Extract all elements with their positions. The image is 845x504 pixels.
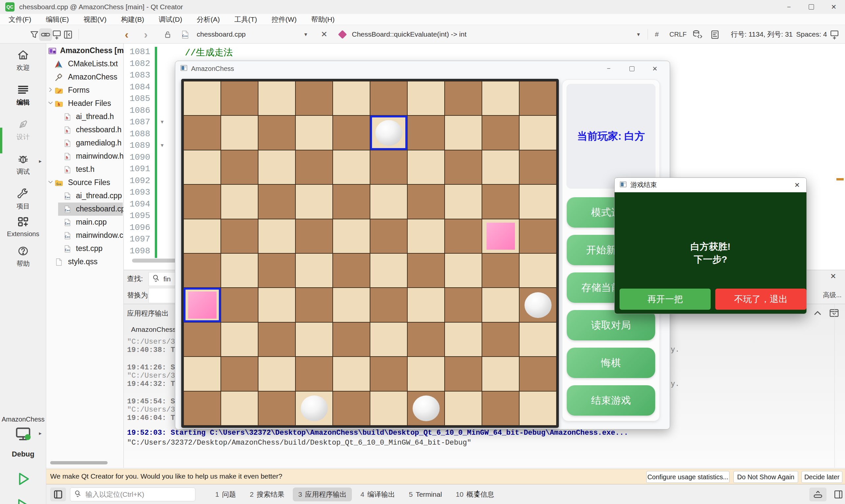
- board-cell-7-3[interactable]: [295, 322, 333, 357]
- board-cell-4-3[interactable]: [295, 219, 333, 253]
- board-cell-5-5[interactable]: [370, 253, 407, 288]
- board-cell-2-3[interactable]: [295, 150, 333, 184]
- tree-item-chessboard.h[interactable]: hchessboard.h: [46, 123, 124, 137]
- output-tab-概要信息[interactable]: 10概要信息: [451, 487, 499, 501]
- board-cell-7-5[interactable]: [370, 322, 407, 357]
- board-cell-2-0[interactable]: [183, 150, 221, 184]
- board-cell-7-6[interactable]: [407, 322, 445, 357]
- chevron-down-icon[interactable]: [47, 178, 54, 187]
- sidebar-item-编辑[interactable]: 编辑: [0, 84, 46, 107]
- board-cell-0-2[interactable]: [258, 81, 295, 115]
- board-cell-7-8[interactable]: [482, 322, 519, 357]
- maximize-pane-icon[interactable]: [828, 307, 840, 320]
- board-cell-3-1[interactable]: [221, 184, 258, 219]
- kit-selector-button[interactable]: ▸: [0, 426, 46, 444]
- menu-item[interactable]: 视图(V): [84, 15, 107, 24]
- document-outline-icon[interactable]: [708, 29, 722, 41]
- board-cell-8-4[interactable]: [333, 357, 370, 391]
- dialog-close-button[interactable]: ✕: [788, 178, 806, 192]
- board-cell-1-7[interactable]: [445, 115, 482, 150]
- board-cell-8-8[interactable]: [482, 357, 519, 391]
- board-cell-4-2[interactable]: [258, 219, 295, 253]
- game-minimize-button[interactable]: −: [600, 61, 618, 76]
- database-code-icon[interactable]: [690, 29, 704, 41]
- game-button-读取对局[interactable]: 读取对局: [567, 310, 655, 340]
- board-cell-0-0[interactable]: [183, 81, 221, 115]
- tree-item-mainwindow.h[interactable]: hmainwindow.h: [46, 150, 124, 163]
- board-cell-6-2[interactable]: [258, 288, 295, 322]
- tree-item-Forms[interactable]: Forms: [46, 84, 124, 97]
- board-cell-0-8[interactable]: [482, 81, 519, 115]
- board-cell-1-2[interactable]: [258, 115, 295, 150]
- chevron-right-icon[interactable]: [47, 86, 54, 95]
- toggle-right-sidebar-button[interactable]: [831, 487, 845, 501]
- board-cell-4-4[interactable]: [333, 219, 370, 253]
- board-cell-1-6[interactable]: [407, 115, 445, 150]
- board-cell-3-4[interactable]: [333, 184, 370, 219]
- minimize-button[interactable]: −: [778, 0, 800, 14]
- dialog-titlebar[interactable]: 游戏结束: [615, 178, 806, 192]
- tree-item-AmazonChess[interactable]: AmazonChess: [46, 71, 124, 84]
- board-cell-3-0[interactable]: [183, 184, 221, 219]
- board-cell-9-2[interactable]: [258, 391, 295, 426]
- white-amazon-piece[interactable]: [525, 292, 551, 318]
- board-cell-3-3[interactable]: [295, 184, 333, 219]
- tree-item-Header Files[interactable]: hHeader Files: [46, 97, 124, 110]
- indent-indicator[interactable]: Spaces: 4: [796, 25, 827, 43]
- chess-board[interactable]: [181, 79, 559, 428]
- menu-item[interactable]: 控件(W): [272, 15, 297, 24]
- board-cell-2-1[interactable]: [221, 150, 258, 184]
- board-cell-2-2[interactable]: [258, 150, 295, 184]
- board-cell-9-8[interactable]: [482, 391, 519, 426]
- tree-item-ai_thread.cpp[interactable]: C++ai_thread.cpp: [46, 189, 124, 202]
- board-cell-2-8[interactable]: [482, 150, 519, 184]
- toggle-output-pane-button[interactable]: [809, 487, 827, 501]
- hash-indicator[interactable]: #: [655, 25, 659, 43]
- board-cell-0-5[interactable]: [370, 81, 407, 115]
- board-cell-7-0[interactable]: [183, 322, 221, 357]
- menu-item[interactable]: 分析(A): [197, 15, 220, 24]
- board-cell-2-7[interactable]: [445, 150, 482, 184]
- board-cell-6-3[interactable]: [295, 288, 333, 322]
- split-editor-icon[interactable]: [828, 29, 841, 41]
- board-cell-0-9[interactable]: [519, 81, 557, 115]
- output-tab-搜索结果[interactable]: 2搜索结果: [245, 487, 290, 501]
- board-cell-4-1[interactable]: [221, 219, 258, 253]
- board-cell-0-6[interactable]: [407, 81, 445, 115]
- pane-spinner-icon[interactable]: ▲▼: [475, 488, 480, 498]
- board-cell-0-4[interactable]: [333, 81, 370, 115]
- board-cell-1-9[interactable]: [519, 115, 557, 150]
- board-cell-7-9[interactable]: [519, 322, 557, 357]
- close-document-button[interactable]: ✕: [321, 25, 328, 43]
- notification-button[interactable]: Decide later: [802, 471, 842, 483]
- board-cell-4-5[interactable]: [370, 219, 407, 253]
- board-cell-3-2[interactable]: [258, 184, 295, 219]
- dialog-button-不玩了，退出[interactable]: 不玩了，退出: [715, 289, 806, 310]
- board-cell-3-7[interactable]: [445, 184, 482, 219]
- menu-item[interactable]: 帮助(H): [311, 15, 335, 24]
- project-horizontal-scrollbar[interactable]: [50, 461, 108, 464]
- board-cell-2-4[interactable]: [333, 150, 370, 184]
- board-cell-2-5[interactable]: [370, 150, 407, 184]
- board-cell-8-9[interactable]: [519, 357, 557, 391]
- maximize-button[interactable]: [800, 0, 823, 14]
- output-tab-应用程序输出[interactable]: 3应用程序输出: [293, 487, 352, 501]
- tree-item-test.h[interactable]: htest.h: [46, 163, 124, 176]
- board-cell-8-2[interactable]: [258, 357, 295, 391]
- board-cell-5-3[interactable]: [295, 253, 333, 288]
- game-button-悔棋[interactable]: 悔棋: [567, 348, 655, 378]
- white-amazon-piece[interactable]: [412, 395, 440, 421]
- board-cell-3-8[interactable]: [482, 184, 519, 219]
- sidebar-item-项目[interactable]: 项目: [0, 187, 46, 211]
- board-cell-7-1[interactable]: [221, 322, 258, 357]
- sidebar-item-Extensions[interactable]: Extensions: [0, 216, 46, 238]
- board-cell-0-1[interactable]: [221, 81, 258, 115]
- board-cell-7-7[interactable]: [445, 322, 482, 357]
- board-cell-4-0[interactable]: [183, 219, 221, 253]
- board-cell-6-5[interactable]: [370, 288, 407, 322]
- toggle-left-sidebar-button[interactable]: [50, 487, 66, 501]
- game-close-button[interactable]: ✕: [646, 61, 664, 76]
- board-cell-5-7[interactable]: [445, 253, 482, 288]
- board-cell-3-9[interactable]: [519, 184, 557, 219]
- board-cell-5-0[interactable]: [183, 253, 221, 288]
